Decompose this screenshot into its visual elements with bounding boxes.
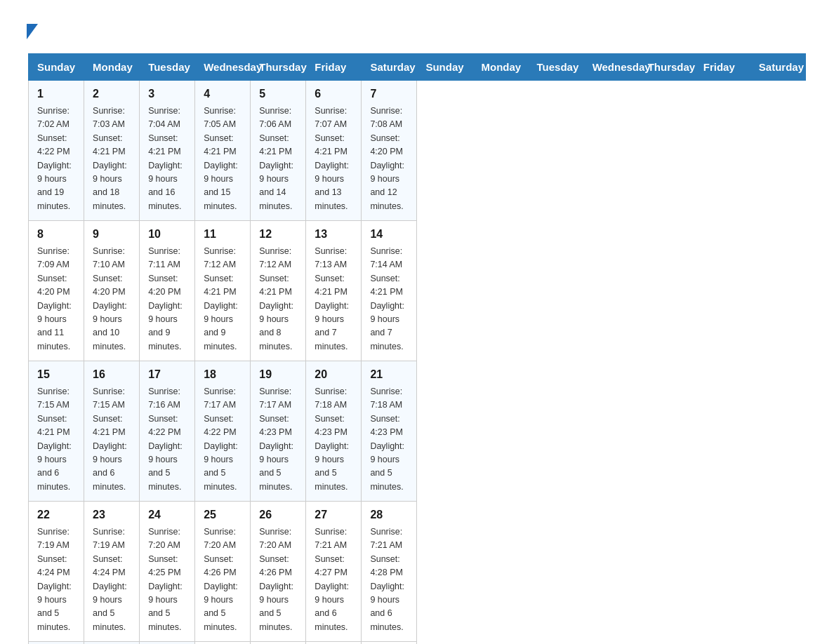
day-number: 11 <box>204 228 241 241</box>
day-number: 4 <box>204 88 241 100</box>
day-info: Sunrise: 7:12 AMSunset: 4:21 PMDaylight:… <box>259 245 297 354</box>
day-number: 6 <box>315 88 352 100</box>
calendar-cell: 18Sunrise: 7:17 AMSunset: 4:22 PMDayligh… <box>195 361 251 502</box>
day-info: Sunrise: 7:05 AMSunset: 4:21 PMDaylight:… <box>204 105 241 213</box>
day-number: 20 <box>315 368 352 381</box>
day-info: Sunrise: 7:02 AMSunset: 4:22 PMDaylight:… <box>37 105 75 213</box>
day-info: Sunrise: 7:16 AMSunset: 4:22 PMDaylight:… <box>148 385 186 494</box>
calendar-cell <box>306 642 362 645</box>
column-header-friday: Friday <box>306 54 362 81</box>
calendar-cell: 6Sunrise: 7:07 AMSunset: 4:21 PMDaylight… <box>306 81 362 221</box>
day-info: Sunrise: 7:03 AMSunset: 4:21 PMDaylight:… <box>93 105 131 213</box>
day-number: 22 <box>37 509 75 521</box>
day-info: Sunrise: 7:17 AMSunset: 4:23 PMDaylight:… <box>259 385 297 494</box>
day-number: 3 <box>148 88 186 100</box>
day-number: 10 <box>148 228 186 241</box>
column-header-monday: Monday <box>84 54 140 81</box>
calendar-cell <box>362 642 417 645</box>
column-header-thursday: Thursday <box>639 54 694 81</box>
calendar-cell: 9Sunrise: 7:10 AMSunset: 4:20 PMDaylight… <box>84 221 140 361</box>
day-number: 23 <box>93 509 131 521</box>
calendar-cell: 24Sunrise: 7:20 AMSunset: 4:25 PMDayligh… <box>140 502 195 642</box>
logo <box>28 21 41 39</box>
calendar-cell: 14Sunrise: 7:14 AMSunset: 4:21 PMDayligh… <box>362 221 417 361</box>
calendar-cell: 3Sunrise: 7:04 AMSunset: 4:21 PMDaylight… <box>140 81 195 221</box>
day-number: 18 <box>204 368 241 381</box>
day-info: Sunrise: 7:17 AMSunset: 4:22 PMDaylight:… <box>204 385 241 494</box>
day-info: Sunrise: 7:10 AMSunset: 4:20 PMDaylight:… <box>93 245 131 354</box>
logo-icon <box>28 21 38 39</box>
calendar-cell: 27Sunrise: 7:21 AMSunset: 4:27 PMDayligh… <box>306 502 362 642</box>
calendar-cell: 4Sunrise: 7:05 AMSunset: 4:21 PMDaylight… <box>195 81 251 221</box>
day-number: 5 <box>259 88 297 100</box>
day-number: 12 <box>259 228 297 241</box>
day-info: Sunrise: 7:20 AMSunset: 4:25 PMDaylight:… <box>148 525 186 634</box>
column-header-tuesday: Tuesday <box>528 54 583 81</box>
calendar-cell: 23Sunrise: 7:19 AMSunset: 4:24 PMDayligh… <box>84 502 140 642</box>
column-header-tuesday: Tuesday <box>140 54 195 81</box>
day-number: 19 <box>259 368 297 381</box>
column-header-sunday: Sunday <box>29 54 84 81</box>
day-info: Sunrise: 7:08 AMSunset: 4:20 PMDaylight:… <box>370 105 408 213</box>
day-number: 1 <box>37 88 75 100</box>
day-number: 14 <box>370 228 408 241</box>
day-info: Sunrise: 7:18 AMSunset: 4:23 PMDaylight:… <box>370 385 408 494</box>
calendar-cell: 13Sunrise: 7:13 AMSunset: 4:21 PMDayligh… <box>306 221 362 361</box>
column-header-sunday: Sunday <box>417 54 472 81</box>
calendar-week-row: 15Sunrise: 7:15 AMSunset: 4:21 PMDayligh… <box>29 361 806 502</box>
day-number: 24 <box>148 509 186 521</box>
day-number: 17 <box>148 368 186 381</box>
calendar-cell: 31Sunrise: 7:22 AMSunset: 4:30 PMDayligh… <box>140 642 195 645</box>
calendar-cell: 2Sunrise: 7:03 AMSunset: 4:21 PMDaylight… <box>84 81 140 221</box>
day-info: Sunrise: 7:19 AMSunset: 4:24 PMDaylight:… <box>93 525 131 634</box>
day-number: 21 <box>370 368 408 381</box>
page-header <box>28 21 806 39</box>
calendar-cell: 25Sunrise: 7:20 AMSunset: 4:26 PMDayligh… <box>195 502 251 642</box>
calendar-cell: 16Sunrise: 7:15 AMSunset: 4:21 PMDayligh… <box>84 361 140 502</box>
calendar-cell: 10Sunrise: 7:11 AMSunset: 4:20 PMDayligh… <box>140 221 195 361</box>
calendar-cell <box>251 642 306 645</box>
column-header-saturday: Saturday <box>362 54 417 81</box>
calendar-cell: 17Sunrise: 7:16 AMSunset: 4:22 PMDayligh… <box>140 361 195 502</box>
calendar-week-row: 22Sunrise: 7:19 AMSunset: 4:24 PMDayligh… <box>29 502 806 642</box>
day-number: 13 <box>315 228 352 241</box>
day-number: 25 <box>204 509 241 521</box>
day-info: Sunrise: 7:14 AMSunset: 4:21 PMDaylight:… <box>370 245 408 354</box>
day-number: 28 <box>370 509 408 521</box>
day-info: Sunrise: 7:20 AMSunset: 4:26 PMDaylight:… <box>204 525 241 634</box>
day-info: Sunrise: 7:11 AMSunset: 4:20 PMDaylight:… <box>148 245 186 354</box>
day-number: 27 <box>315 509 352 521</box>
calendar-cell: 22Sunrise: 7:19 AMSunset: 4:24 PMDayligh… <box>29 502 84 642</box>
column-header-wednesday: Wednesday <box>195 54 251 81</box>
day-number: 9 <box>93 228 131 241</box>
day-info: Sunrise: 7:04 AMSunset: 4:21 PMDaylight:… <box>148 105 186 213</box>
day-info: Sunrise: 7:07 AMSunset: 4:21 PMDaylight:… <box>315 105 352 213</box>
day-info: Sunrise: 7:21 AMSunset: 4:27 PMDaylight:… <box>315 525 352 634</box>
day-info: Sunrise: 7:18 AMSunset: 4:23 PMDaylight:… <box>315 385 352 494</box>
calendar-cell: 21Sunrise: 7:18 AMSunset: 4:23 PMDayligh… <box>362 361 417 502</box>
day-info: Sunrise: 7:13 AMSunset: 4:21 PMDaylight:… <box>315 245 352 354</box>
day-info: Sunrise: 7:15 AMSunset: 4:21 PMDaylight:… <box>37 385 75 494</box>
day-info: Sunrise: 7:15 AMSunset: 4:21 PMDaylight:… <box>93 385 131 494</box>
calendar-cell <box>195 642 251 645</box>
day-number: 15 <box>37 368 75 381</box>
calendar-cell: 19Sunrise: 7:17 AMSunset: 4:23 PMDayligh… <box>251 361 306 502</box>
day-number: 7 <box>370 88 408 100</box>
day-info: Sunrise: 7:06 AMSunset: 4:21 PMDaylight:… <box>259 105 297 213</box>
column-header-thursday: Thursday <box>251 54 306 81</box>
calendar-cell: 8Sunrise: 7:09 AMSunset: 4:20 PMDaylight… <box>29 221 84 361</box>
calendar-cell: 12Sunrise: 7:12 AMSunset: 4:21 PMDayligh… <box>251 221 306 361</box>
column-header-wednesday: Wednesday <box>583 54 639 81</box>
day-info: Sunrise: 7:21 AMSunset: 4:28 PMDaylight:… <box>370 525 408 634</box>
calendar-week-row: 1Sunrise: 7:02 AMSunset: 4:22 PMDaylight… <box>29 81 806 221</box>
calendar-cell: 7Sunrise: 7:08 AMSunset: 4:20 PMDaylight… <box>362 81 417 221</box>
calendar-table: SundayMondayTuesdayWednesdayThursdayFrid… <box>28 53 806 644</box>
day-number: 16 <box>93 368 131 381</box>
calendar-cell: 30Sunrise: 7:21 AMSunset: 4:29 PMDayligh… <box>84 642 140 645</box>
calendar-cell: 26Sunrise: 7:20 AMSunset: 4:26 PMDayligh… <box>251 502 306 642</box>
column-header-friday: Friday <box>694 54 750 81</box>
day-info: Sunrise: 7:19 AMSunset: 4:24 PMDaylight:… <box>37 525 75 634</box>
calendar-cell: 15Sunrise: 7:15 AMSunset: 4:21 PMDayligh… <box>29 361 84 502</box>
calendar-week-row: 29Sunrise: 7:21 AMSunset: 4:28 PMDayligh… <box>29 642 806 645</box>
calendar-cell: 5Sunrise: 7:06 AMSunset: 4:21 PMDaylight… <box>251 81 306 221</box>
